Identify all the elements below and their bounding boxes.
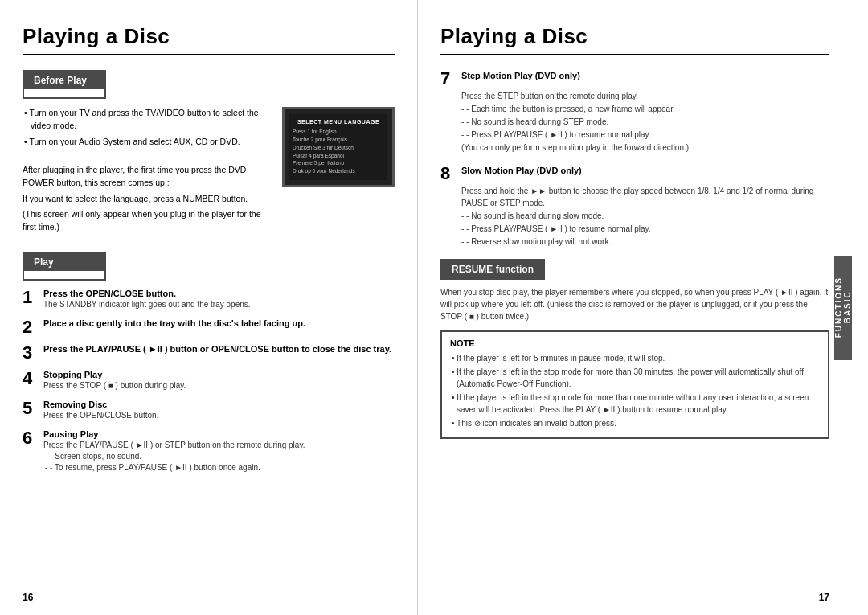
play-item-6-desc-1: - Screen stops, no sound.	[43, 451, 395, 462]
step8-title: Slow Motion Play (DVD only)	[461, 165, 582, 176]
left-page-title: Playing a Disc	[23, 24, 395, 55]
left-page-number: 16	[23, 592, 33, 603]
step7-line-1: - Each time the button is pressed, a new…	[461, 103, 829, 115]
right-content: 7 Step Motion Play (DVD only) Press the …	[440, 70, 829, 599]
tv-line-5: Premere 5 per Italiano	[293, 159, 384, 167]
play-item-3-number: 3	[23, 344, 39, 362]
play-item-6-number: 6	[23, 429, 39, 447]
tv-screen: SELECT MENU LANGUAGE Press 1 for English…	[282, 107, 395, 187]
step8-row: 8 Slow Motion Play (DVD only)	[440, 165, 829, 182]
resume-header: RESUME function	[442, 260, 543, 278]
tv-line-6: Druk op 6 voor Nederlands	[293, 167, 384, 175]
before-play-para2: If you want to select the language, pres…	[23, 193, 272, 206]
tab-line1: BASIC	[843, 291, 852, 324]
play-section: Play 1 Press the OPEN/CLOSE button. The …	[23, 252, 395, 474]
before-play-header: Before Play	[24, 72, 104, 89]
tv-line-1: Press 1 for English	[293, 128, 384, 136]
play-header: Play	[24, 253, 104, 271]
before-play-section: Before Play Turn on your TV and press th…	[23, 70, 395, 237]
before-play-bullet2: Turn on your Audio System and select AUX…	[23, 136, 272, 149]
play-item-4-number: 4	[23, 370, 39, 387]
play-item-4-content: Stopping Play Press the STOP ( ■ ) butto…	[43, 370, 395, 392]
right-page: Playing a Disc 7 Step Motion Play (DVD o…	[418, 0, 852, 615]
play-item-3: 3 Press the PLAY/PAUSE ( ►II ) button or…	[23, 344, 395, 362]
play-item-5-title: Removing Disc	[43, 400, 395, 409]
resume-text: When you stop disc play, the player reme…	[440, 286, 829, 322]
resume-section: RESUME function When you stop disc play,…	[440, 259, 829, 322]
play-item-6: 6 Pausing Play Press the PLAY/PAUSE ( ►I…	[23, 429, 395, 474]
note-bullet-2: If the player is left in the stop mode f…	[450, 392, 820, 416]
tv-line-3: Drücken Sie 3 für Deutsch	[293, 144, 384, 152]
step7-section: 7 Step Motion Play (DVD only) Press the …	[440, 70, 829, 154]
play-item-6-desc-0: Press the PLAY/PAUSE ( ►II ) or STEP but…	[43, 440, 395, 451]
play-item-1-desc: The STANDBY indicator light goes out and…	[43, 299, 395, 310]
before-play-para1: After plugging in the player, the first …	[23, 164, 272, 190]
step8-line-1: - No sound is heard during slow mode.	[461, 210, 829, 222]
right-page-title: Playing a Disc	[440, 24, 829, 55]
play-item-1-content: Press the OPEN/CLOSE button. The STANDBY…	[43, 289, 395, 310]
before-play-content: Turn on your TV and press the TV/VIDEO b…	[23, 107, 395, 237]
play-item-1: 1 Press the OPEN/CLOSE button. The STAND…	[23, 289, 395, 310]
step8-line-0: Press and hold the ►► button to choose t…	[461, 185, 829, 209]
right-page-number: 17	[819, 592, 829, 603]
note-section: NOTE If the player is left for 5 minutes…	[440, 330, 829, 439]
tv-line-4: Pulsar 4 para Español	[293, 152, 384, 160]
step7-row: 7 Step Motion Play (DVD only)	[440, 70, 829, 88]
note-header: NOTE	[450, 338, 820, 348]
left-page: Playing a Disc Before Play Turn on your …	[0, 0, 418, 615]
step7-line-0: Press the STEP button on the remote duri…	[461, 90, 829, 102]
play-item-6-desc: Press the PLAY/PAUSE ( ►II ) or STEP but…	[43, 440, 395, 474]
step7-line-3: - Press PLAY/PAUSE ( ►II ) to resume nor…	[461, 129, 829, 141]
note-text: If the player is left for 5 minutes in p…	[450, 352, 820, 429]
play-item-2-title: Place a disc gently into the tray with t…	[43, 318, 395, 328]
play-item-5-content: Removing Disc Press the OPEN/CLOSE butto…	[43, 400, 395, 421]
play-item-3-content: Press the PLAY/PAUSE ( ►II ) button or O…	[43, 344, 395, 355]
before-play-para3: (This screen will only appear when you p…	[23, 208, 272, 234]
step7-title: Step Motion Play (DVD only)	[461, 70, 580, 81]
before-play-header-box: Before Play	[23, 70, 106, 99]
play-item-3-title: Press the PLAY/PAUSE ( ►II ) button or O…	[43, 344, 395, 354]
tv-line-2: Touche 2 pour Français	[293, 136, 384, 144]
tv-screen-inner: SELECT MENU LANGUAGE Press 1 for English…	[289, 114, 387, 180]
play-item-2: 2 Place a disc gently into the tray with…	[23, 318, 395, 336]
tab-text: BASIC FUNCTIONS	[834, 277, 852, 338]
play-item-4-title: Stopping Play	[43, 370, 395, 379]
note-bullet-3: This ⊘ icon indicates an invalid button …	[450, 417, 820, 429]
step8-number: 8	[440, 165, 457, 182]
play-item-1-number: 1	[23, 289, 39, 306]
play-item-5: 5 Removing Disc Press the OPEN/CLOSE but…	[23, 400, 395, 421]
play-item-4-desc: Press the STOP ( ■ ) button during play.	[43, 380, 395, 392]
play-item-4: 4 Stopping Play Press the STOP ( ■ ) but…	[23, 370, 395, 392]
step8-line-2: - Press PLAY/PAUSE ( ►II ) to resume nor…	[461, 223, 829, 235]
play-item-5-number: 5	[23, 400, 39, 417]
tv-title: SELECT MENU LANGUAGE	[297, 119, 379, 125]
step7-line-4: (You can only perform step motion play i…	[461, 141, 829, 154]
play-item-6-desc-2: - To resume, press PLAY/PAUSE ( ►II ) bu…	[43, 462, 395, 474]
play-item-6-content: Pausing Play Press the PLAY/PAUSE ( ►II …	[43, 429, 395, 474]
before-play-text: Turn on your TV and press the TV/VIDEO b…	[23, 107, 272, 237]
tab-line2: FUNCTIONS	[834, 277, 843, 338]
step8-line-3: - Reverse slow motion play will not work…	[461, 236, 829, 248]
play-item-2-number: 2	[23, 318, 39, 336]
play-item-1-title: Press the OPEN/CLOSE button.	[43, 289, 395, 298]
note-bullet-0: If the player is left for 5 minutes in p…	[450, 352, 820, 364]
step8-section: 8 Slow Motion Play (DVD only) Press and …	[440, 165, 829, 248]
step7-line-2: - No sound is heard during STEP mode.	[461, 116, 829, 128]
step7-number: 7	[440, 70, 457, 88]
functions-tab: BASIC FUNCTIONS	[834, 256, 852, 360]
play-header-box: Play	[23, 252, 106, 281]
note-bullet-1: If the player is left in the stop mode f…	[450, 366, 820, 390]
before-play-bullet1: Turn on your TV and press the TV/VIDEO b…	[23, 107, 272, 133]
play-item-6-title: Pausing Play	[43, 429, 395, 439]
resume-header-box: RESUME function	[440, 259, 545, 280]
play-item-5-desc: Press the OPEN/CLOSE button.	[43, 410, 395, 421]
play-item-2-content: Place a disc gently into the tray with t…	[43, 318, 395, 329]
step7-body: Press the STEP button on the remote duri…	[440, 90, 829, 154]
step8-body: Press and hold the ►► button to choose t…	[440, 185, 829, 248]
